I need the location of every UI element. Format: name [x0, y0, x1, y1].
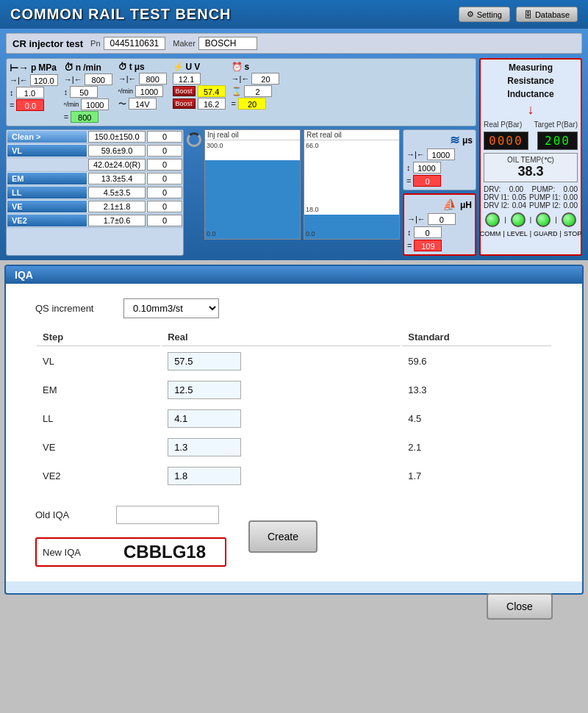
real-ve-input[interactable]: [168, 438, 241, 456]
clean-button[interactable]: Clean >: [7, 131, 87, 143]
iqa-bottom-row: Old IQA New IQA CBBLG18 Create: [35, 506, 553, 567]
ll-count: 0: [147, 187, 182, 198]
database-button[interactable]: 🗄 Database: [516, 7, 578, 22]
ret-chart-inner: 66.0 18.0 0.0: [304, 140, 399, 239]
boost2-btn[interactable]: Boost: [173, 98, 196, 109]
inj-bar: [205, 160, 300, 239]
real-ve2-cell: [162, 462, 401, 490]
new-iqa-label: New IQA: [43, 547, 116, 558]
iqa-body: QS increment 0.10mm3/st Step Real Standa…: [6, 284, 582, 581]
create-button[interactable]: Create: [248, 520, 318, 553]
n-slash-val[interactable]: 1000: [81, 98, 109, 110]
data-table: Clean > 150.0±150.0 0 VL 59.6±9.0 0 42.0…: [6, 129, 184, 256]
middle-row: Clean > 150.0±150.0 0 VL 59.6±9.0 0 42.0…: [6, 129, 476, 256]
t-unit: μs: [135, 62, 145, 72]
gear-icon: ⚙: [467, 10, 474, 19]
ll-button[interactable]: LL: [7, 187, 87, 198]
t-nmin: ⁿ/min: [118, 87, 133, 95]
em-count: 0: [147, 173, 182, 184]
led-sep-label-3: |: [560, 230, 562, 237]
col-standard: Standard: [402, 329, 551, 346]
s-arrow2-val[interactable]: 2: [244, 85, 272, 97]
table-row: LL 4.5: [37, 405, 551, 432]
pn-field: Pn 0445110631: [90, 37, 165, 50]
em-button[interactable]: EM: [7, 173, 87, 184]
step-ll: LL: [37, 405, 160, 432]
ret-mid-val: 18.0: [306, 206, 319, 213]
ve-button[interactable]: VE: [7, 201, 87, 212]
app-title: COMMON RAIL TEST BENCH: [10, 6, 232, 23]
iqa-table: Step Real Standard VL 59.6 EM 13.3: [35, 327, 553, 491]
r-count: 0: [147, 159, 182, 171]
t-left-arrow: →|←: [118, 74, 137, 83]
table-row: EM 13.3: [37, 376, 551, 404]
ret-chart: Ret real oil 66.0 18.0 0.0: [304, 129, 400, 240]
real-p-display: 0000: [484, 132, 528, 150]
std-ve: 2.1: [402, 434, 551, 461]
n-unit: /min: [83, 62, 101, 73]
t-pmin-val[interactable]: 14V: [129, 98, 157, 110]
drv-row-1: DRV I1: 0.05 PUMP I1: 0.00: [484, 193, 578, 201]
table-row-clean: Clean > 150.0±150.0 0: [7, 130, 183, 144]
qs-select[interactable]: 0.10mm3/st: [123, 298, 219, 318]
col-step: Step: [37, 329, 160, 346]
n-arrow1-val[interactable]: 800: [85, 74, 112, 85]
boost1-btn[interactable]: Boost: [173, 86, 196, 96]
micro-panel: ≋ μs →|← 1000 ↕ 1000: [403, 129, 476, 190]
ve2-count: 0: [147, 215, 182, 226]
p-arrow1-val[interactable]: 120.0: [30, 74, 58, 86]
setting-button[interactable]: ⚙ Setting: [459, 7, 510, 22]
iqa-container: IQA QS increment 0.10mm3/st Step Real St…: [4, 265, 584, 595]
real-ll-input[interactable]: [168, 409, 241, 428]
close-button[interactable]: Close: [487, 593, 553, 620]
old-iqa-input[interactable]: [116, 506, 219, 524]
maker-value[interactable]: BOSCH: [198, 37, 257, 50]
s-equals-val: 20: [238, 98, 266, 110]
micro-arrow1: 1000: [427, 148, 455, 160]
u-gauge: ⚡ U V 12.1 Boost 57.4 Boost 16.2: [173, 62, 226, 110]
n-arrow2-val[interactable]: 50: [70, 86, 98, 98]
step-ve2: VE2: [37, 462, 160, 490]
real-vl-input[interactable]: [168, 352, 241, 370]
new-iqa-row: New IQA CBBLG18: [35, 537, 226, 567]
t-nmin-val[interactable]: 1000: [135, 85, 163, 97]
uh-unit: μH: [460, 200, 472, 210]
s-arrow1-val[interactable]: 20: [251, 73, 279, 85]
table-row-vl: VL 59.6±9.0 0: [7, 144, 183, 158]
uh-equals: =: [407, 241, 412, 250]
vl-button[interactable]: VL: [7, 145, 87, 157]
p-arrow-icon: ⊢→: [10, 62, 29, 74]
measuring-panel: Measuring Resistance Inductance ↓ Real P…: [479, 58, 582, 256]
p-arrow2-val[interactable]: 1.0: [16, 87, 44, 98]
uh-arrow1: 0: [428, 213, 456, 225]
led-sep-label-2: |: [530, 230, 531, 237]
std-ve2: 1.7: [402, 462, 551, 490]
ret-chart-title: Ret real oil: [304, 130, 399, 140]
n-nmin: ⁿ/min: [64, 101, 79, 108]
pn-label: Pn: [90, 39, 100, 48]
real-ve2-input[interactable]: [168, 467, 241, 485]
inj-chart-inner: 300.0 0.0: [205, 140, 300, 239]
real-p-header: Real P(Bar): [484, 121, 522, 129]
ret-bottom-val: 0.0: [306, 230, 315, 237]
pump-label-2: PUMP I2:: [529, 201, 561, 209]
n-equals-val: 800: [71, 111, 98, 123]
pn-value[interactable]: 0445110631: [104, 37, 166, 50]
old-iqa-label: Old IQA: [35, 509, 109, 520]
new-iqa-value: CBBLG18: [123, 542, 219, 562]
clean-value: 150.0±150.0: [88, 131, 146, 143]
s-icon: ⏰: [232, 62, 243, 72]
ve2-button[interactable]: VE2: [7, 215, 87, 226]
t-arrow1-val[interactable]: 800: [139, 73, 167, 85]
table-row-r: 42.0±24.0(R) 0: [7, 158, 183, 172]
pump-val-1: 0.00: [564, 193, 578, 201]
drv-val-2: 0.04: [512, 201, 526, 209]
ve-value: 2.1±1.8: [88, 201, 146, 212]
real-em-input[interactable]: [168, 381, 241, 399]
drv-row-0: DRV: 0.00 PUMP: 0.00: [484, 185, 578, 193]
p-equals: =: [10, 101, 14, 110]
measuring-title2: Resistance: [484, 76, 578, 86]
micro-icon: ≋: [450, 133, 459, 147]
led-labels: COMM | LEVEL | GUARD | STOP: [484, 230, 578, 237]
pressure-headers: Real P(Bar) Target P(Bar): [484, 121, 578, 129]
